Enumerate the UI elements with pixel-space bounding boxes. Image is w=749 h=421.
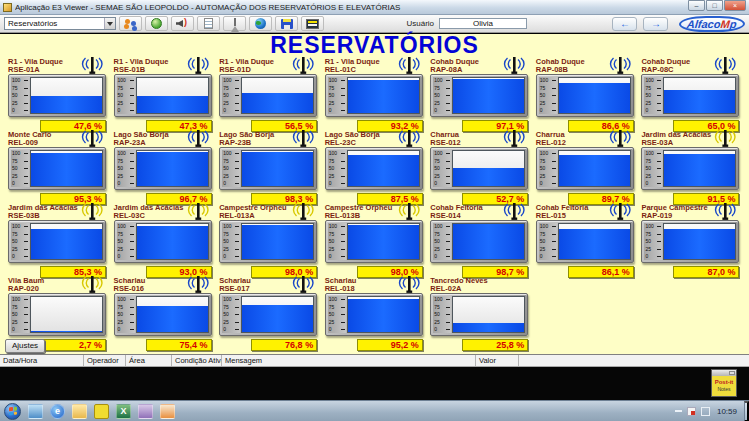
window-titlebar[interactable]: Aplicação E3 Viewer - SEMAE SÃO LEOPOLDO…	[0, 0, 749, 15]
tank-fill	[348, 80, 419, 113]
antenna-icon	[80, 56, 104, 77]
synoptic-area: RESERVATÓRIOS R1 - Vila Duque RSE-01A 10…	[0, 34, 749, 354]
tank-widget[interactable]: Jardim das Acácias RSE-03A 100 75 50 25 …	[641, 131, 739, 204]
globe-button[interactable]	[249, 16, 272, 31]
tank-level-display: 100 75 50 25 0	[114, 74, 212, 117]
nav-back-button[interactable]: ←	[612, 17, 637, 31]
maximize-button[interactable]: □	[706, 0, 723, 11]
taskbar-postit-icon[interactable]	[94, 404, 109, 419]
taskbar-ie-icon[interactable]: e	[50, 404, 65, 419]
screen-select-dropdown[interactable]: Reservatórios	[4, 17, 116, 30]
tank-widget[interactable]: Cohab Duque RAP-08A 100 75 50 25 0	[430, 58, 528, 131]
tank-percent-value: 75,4 %	[146, 339, 212, 351]
tank-widget[interactable]: Lago São Borja REL-23C 100 75 50 25 0	[325, 131, 423, 204]
tank-percent-text: 76,8 %	[285, 340, 313, 350]
nav-forward-button[interactable]: →	[643, 17, 668, 31]
antenna-icon	[502, 56, 526, 77]
globe-icon	[255, 18, 266, 29]
antenna-icon	[186, 275, 210, 296]
show-desktop-button[interactable]	[744, 401, 749, 421]
tank-vessel	[136, 150, 209, 187]
tank-widget[interactable]: Cohab Duque RAP-08B 100 75 50 25 0	[536, 58, 634, 131]
tank-widget[interactable]: Monte Carlo REL-009 100 75 50 25 0	[8, 131, 106, 204]
minimize-button[interactable]: –	[688, 0, 705, 11]
tank-vessel	[347, 296, 420, 333]
user-field[interactable]	[439, 18, 527, 29]
tank-widget[interactable]: Campestre Orpheu REL-013A 100 75 50 25 0	[219, 204, 317, 277]
window-title: Aplicação E3 Viewer - SEMAE SÃO LEOPOLDO…	[15, 3, 688, 12]
antenna-icon	[80, 129, 104, 150]
tank-scale: 100 75 50 25 0	[433, 77, 451, 114]
tank-widget[interactable]: Campestre Orpheu REL-013B 100 75 50 25 0	[325, 204, 423, 277]
alfacomp-logo: AlfacoMp	[679, 16, 746, 32]
tank-widget[interactable]: Tancredo Neves REL-02A 100 75 50 25 0	[430, 277, 528, 350]
tank-scale: 100 75 50 25 0	[222, 296, 240, 333]
tank-scale: 100 75 50 25 0	[328, 223, 346, 260]
tank-widget[interactable]: Cohab Feitoria REL-015 100 75 50 25 0	[536, 204, 634, 277]
tank-widget[interactable]: Jardim das Acácias REL-03C 100 75 50 25 …	[114, 204, 212, 277]
tank-vessel	[347, 150, 420, 187]
taskbar-clock[interactable]: 10:59	[717, 407, 737, 416]
tank-percent-value: 2,7 %	[40, 339, 106, 351]
tank-vessel	[558, 77, 631, 114]
alarm-list-area[interactable]: Post-it Notes	[0, 367, 749, 400]
tank-widget[interactable]: Scharlau REL-018 100 75 50 25 0	[325, 277, 423, 350]
taskbar-chart-icon[interactable]	[160, 404, 175, 419]
taskbar-excel-icon[interactable]: X	[116, 404, 131, 419]
tank-fill	[242, 225, 313, 259]
clock-button[interactable]	[145, 16, 168, 31]
tray-expand-icon[interactable]	[675, 410, 682, 412]
radio-button[interactable]	[223, 16, 246, 31]
system-tray: 10:59	[675, 401, 745, 421]
tank-scale: 100 75 50 25 0	[433, 150, 451, 187]
tank-scale: 100 75 50 25 0	[117, 150, 135, 187]
alarm-col-filler	[519, 355, 749, 366]
tank-scale: 100 75 50 25 0	[11, 77, 29, 114]
tank-widget[interactable]: Scharlau RSE-017 100 75 50 25 0	[219, 277, 317, 350]
postit-notes-window[interactable]: Post-it Notes	[711, 369, 737, 397]
tank-widget[interactable]: Parque Campestre RAP-019 100 75 50 25 0	[641, 204, 739, 277]
tank-vessel	[136, 77, 209, 114]
tank-widget[interactable]: R1 - Vila Duque REL-01C 100 75 50 25 0	[325, 58, 423, 131]
tray-alert-icon[interactable]	[687, 407, 696, 416]
tank-widget[interactable]: R1 - Vila Duque RSE-01A 100 75 50 25 0	[8, 58, 106, 131]
tank-level-display: 100 75 50 25 0	[219, 74, 317, 117]
report-button[interactable]	[197, 16, 220, 31]
taskbar-folder-icon[interactable]	[72, 404, 87, 419]
tank-fill	[137, 306, 208, 332]
tank-widget[interactable]: Lago São Borja RAP-23A 100 75 50 25 0	[114, 131, 212, 204]
save-button[interactable]	[275, 16, 298, 31]
ajustes-button[interactable]: Ajustes	[5, 339, 45, 353]
tank-scale: 100 75 50 25 0	[11, 150, 29, 187]
start-button[interactable]	[4, 403, 21, 420]
tank-level-display: 100 75 50 25 0	[219, 220, 317, 263]
taskbar-photo-icon[interactable]	[138, 404, 153, 419]
tank-widget[interactable]: Scharlau RSE-016 100 75 50 25 0	[114, 277, 212, 350]
tank-widget[interactable]: Jardim das Acácias RSE-03B 100 75 50 25 …	[8, 204, 106, 277]
taskbar-app-icon[interactable]	[28, 404, 43, 419]
antenna-icon	[608, 202, 632, 223]
tank-level-display: 100 75 50 25 0	[219, 147, 317, 190]
close-button[interactable]: ×	[724, 0, 746, 11]
tank-vessel	[663, 77, 736, 114]
users-button[interactable]	[119, 16, 142, 31]
chevron-down-icon[interactable]	[104, 18, 115, 29]
tank-widget[interactable]: Charrua REL-012 100 75 50 25 0	[536, 131, 634, 204]
alarm-sound-button[interactable]	[171, 16, 194, 31]
e3-viewer-window: Aplicação E3 Viewer - SEMAE SÃO LEOPOLDO…	[0, 0, 749, 421]
levels-button[interactable]	[301, 16, 324, 31]
radio-icon	[229, 18, 241, 29]
antenna-icon	[713, 129, 737, 150]
tray-window-icon[interactable]	[701, 407, 710, 416]
tank-widget[interactable]: Charrua RSE-012 100 75 50 25 0	[430, 131, 528, 204]
tank-widget[interactable]: R1 - Vila Duque RSE-01B 100 75 50 25 0	[114, 58, 212, 131]
tank-widget[interactable]: Cohab Feitoria RSE-014 100 75 50 25 0	[430, 204, 528, 277]
postit-minimize-button[interactable]	[729, 371, 735, 375]
tank-widget[interactable]: R1 - Vila Duque RSE-01D 100 75 50 25 0	[219, 58, 317, 131]
alarm-col-condicao: Condição Ativa	[172, 355, 222, 366]
tank-percent-text: 75,4 %	[180, 340, 208, 350]
tank-fill	[453, 224, 524, 259]
tank-widget[interactable]: Lago São Borja RAP-23B 100 75 50 25 0	[219, 131, 317, 204]
tank-widget[interactable]: Cohab Duque RAP-08C 100 75 50 25 0	[641, 58, 739, 131]
tank-vessel	[241, 77, 314, 114]
